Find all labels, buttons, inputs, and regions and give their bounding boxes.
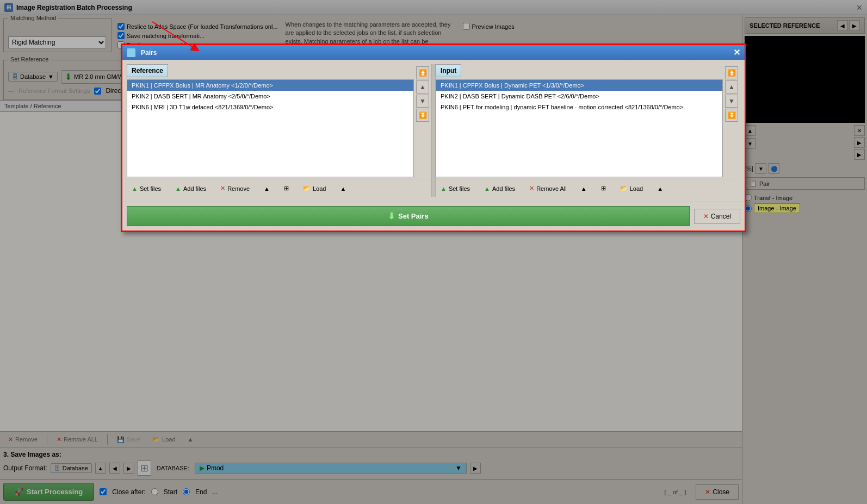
input-item-1[interactable]: PKIN2 | DASB SERT | Dynamic DASB PET <2/… (436, 91, 722, 102)
ref-item-1[interactable]: PKIN2 | DASB SERT | MR Anatomy <2/5/0/*/… (127, 91, 413, 102)
ref-move-bottom[interactable]: ⏬ (416, 109, 429, 122)
dialog-title-bar: Pairs ✕ (122, 45, 745, 60)
ref-load-expand-btn[interactable]: ▲ (335, 184, 351, 194)
input-column: Input PKIN1 | CPFPX Bolus | Dynamic PET … (436, 64, 740, 197)
ref-set-files-icon: ▲ (132, 185, 138, 192)
ref-move-top[interactable]: ⏫ (416, 66, 429, 79)
ref-load-btn[interactable]: 📂 Load (298, 183, 331, 194)
ref-item-0[interactable]: PKIN1 | CPFPX Bolus | MR Anatomy <1/2/0/… (127, 80, 413, 91)
input-remove-all-btn[interactable]: ✕ Remove All (524, 183, 572, 194)
ref-grid-btn[interactable]: ⊞ (279, 183, 294, 194)
input-set-files-btn[interactable]: ▲ Set files (436, 184, 475, 194)
input-tab[interactable]: Input (436, 64, 461, 77)
input-load-btn[interactable]: 📂 Load (615, 183, 648, 194)
pairs-dialog: Pairs ✕ Reference PKIN1 | CPFPX Bolus | … (121, 43, 746, 232)
input-load-expand-btn[interactable]: ▲ (652, 184, 668, 194)
ref-action-btns: ▲ Set files ▲ Add files ✕ Remove ▲ ⊞ 📂 (127, 179, 431, 197)
dialog-icon (127, 48, 135, 57)
ref-move-down[interactable]: ▼ (416, 95, 429, 108)
input-move-up[interactable]: ▲ (725, 80, 738, 94)
dialog-bottom: ⬇ Set Pairs ✕ Cancel (122, 201, 745, 231)
ref-set-files-btn[interactable]: ▲ Set files (127, 184, 166, 194)
input-add-files-icon: ▲ (484, 185, 490, 192)
ref-move-up[interactable]: ▲ (416, 80, 429, 94)
ref-add-files-btn[interactable]: ▲ Add files (170, 184, 211, 194)
dialog-overlay: Pairs ✕ Reference PKIN1 | CPFPX Bolus | … (0, 0, 867, 504)
input-add-files-btn[interactable]: ▲ Add files (479, 184, 520, 194)
ref-add-files-icon: ▲ (175, 185, 181, 192)
dialog-cancel-btn[interactable]: ✕ Cancel (694, 209, 740, 224)
dialog-title: Pairs (141, 49, 157, 57)
reference-list: PKIN1 | CPFPX Bolus | MR Anatomy <1/2/0/… (127, 79, 414, 177)
input-set-files-icon: ▲ (441, 185, 447, 192)
reference-tab[interactable]: Reference (127, 64, 168, 77)
input-grid-btn[interactable]: ⊞ (596, 183, 611, 194)
reference-column: Reference PKIN1 | CPFPX Bolus | MR Anato… (127, 64, 431, 197)
set-pairs-icon: ⬇ (388, 211, 395, 221)
input-action-btns: ▲ Set files ▲ Add files ✕ Remove All ▲ ⊞… (436, 179, 740, 197)
input-expand-btn[interactable]: ▲ (576, 184, 592, 194)
dialog-content: Reference PKIN1 | CPFPX Bolus | MR Anato… (122, 60, 745, 201)
input-remove-all-icon: ✕ (529, 185, 534, 192)
ref-remove-btn[interactable]: ✕ Remove (215, 183, 255, 194)
input-move-bottom[interactable]: ⏬ (725, 109, 738, 122)
input-move-top[interactable]: ⏫ (725, 66, 738, 79)
ref-move-btns: ⏫ ▲ ▼ ⏬ (414, 64, 431, 177)
ref-expand-btn[interactable]: ▲ (259, 184, 275, 194)
input-item-2[interactable]: PKIN6 | PET for modeling | dynamic PET b… (436, 102, 722, 113)
ref-load-icon: 📂 (303, 185, 311, 192)
input-move-btns: ⏫ ▲ ▼ ⏬ (723, 64, 740, 177)
input-move-down[interactable]: ▼ (725, 95, 738, 108)
ref-item-2[interactable]: PKIN6 | MRI | 3D T1w defaced <821/1369/0… (127, 102, 413, 113)
input-load-icon: 📂 (620, 185, 628, 192)
set-pairs-btn[interactable]: ⬇ Set Pairs (127, 206, 690, 226)
cancel-icon: ✕ (703, 213, 709, 220)
dialog-close-btn[interactable]: ✕ (733, 47, 740, 58)
ref-remove-icon: ✕ (220, 185, 225, 192)
input-list: PKIN1 | CPFPX Bolus | Dynamic PET <1/3/0… (436, 79, 723, 177)
column-divider (431, 64, 436, 197)
input-item-0[interactable]: PKIN1 | CPFPX Bolus | Dynamic PET <1/3/0… (436, 80, 722, 91)
